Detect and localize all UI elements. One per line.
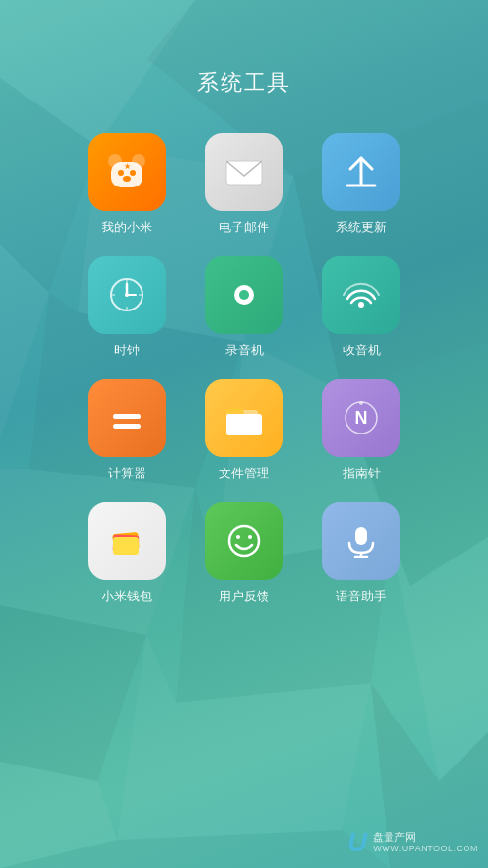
app-label-clock: 时钟 — [114, 342, 140, 359]
update-icon — [338, 148, 385, 195]
app-label-recorder: 录音机 — [225, 342, 264, 359]
app-item-calc[interactable]: 计算器 — [78, 379, 176, 482]
app-item-recorder[interactable]: 录音机 — [195, 256, 293, 359]
app-item-mimi[interactable]: ★ 我的小米 — [78, 133, 176, 236]
page-title: 系统工具 — [197, 68, 291, 98]
app-icon-update — [322, 133, 400, 211]
app-grid: ★ 我的小米 电子邮件 — [78, 133, 410, 605]
svg-text:N: N — [355, 408, 368, 428]
recorder-icon — [221, 271, 267, 318]
app-item-email[interactable]: 电子邮件 — [195, 133, 293, 236]
app-icon-wallet — [88, 502, 166, 580]
app-label-voice: 语音助手 — [336, 588, 386, 605]
app-label-email: 电子邮件 — [219, 219, 269, 236]
mimi-icon: ★ — [103, 148, 150, 195]
app-icon-compass: N — [322, 379, 400, 457]
calc-icon — [103, 394, 150, 441]
watermark-u-letter: U — [347, 827, 367, 858]
app-icon-feedback — [205, 502, 283, 580]
app-icon-calc — [88, 379, 166, 457]
app-label-feedback: 用户反馈 — [219, 588, 269, 605]
app-label-wallet: 小米钱包 — [102, 588, 152, 605]
wallet-icon — [103, 517, 150, 564]
app-icon-recorder — [205, 256, 283, 334]
watermark: U 盘量产网 WWW.UPANTOOL.COM — [347, 827, 478, 858]
svg-point-29 — [125, 293, 129, 297]
clock-icon — [103, 271, 150, 318]
app-label-files: 文件管理 — [219, 465, 269, 482]
svg-rect-38 — [113, 424, 141, 429]
svg-point-48 — [236, 535, 240, 539]
feedback-icon — [221, 517, 267, 564]
svg-marker-12 — [0, 605, 146, 781]
app-label-compass: 指南针 — [343, 465, 381, 482]
app-icon-email — [205, 133, 283, 211]
app-item-feedback[interactable]: 用户反馈 — [195, 502, 293, 605]
app-label-radio: 收音机 — [343, 342, 381, 359]
svg-rect-46 — [113, 537, 139, 555]
email-icon — [221, 148, 267, 195]
svg-rect-50 — [355, 527, 367, 545]
watermark-line2: WWW.UPANTOOL.COM — [373, 844, 478, 854]
svg-point-21 — [130, 170, 136, 176]
app-item-files[interactable]: 文件管理 — [195, 379, 293, 482]
svg-rect-37 — [113, 414, 141, 419]
watermark-line1: 盘量产网 — [373, 831, 416, 844]
svg-point-49 — [248, 535, 252, 539]
page-content: 系统工具 ★ — [0, 0, 488, 605]
app-label-update: 系统更新 — [336, 219, 386, 236]
svg-marker-13 — [117, 635, 371, 840]
files-icon — [221, 394, 267, 441]
app-item-compass[interactable]: N 指南针 — [312, 379, 410, 482]
svg-text:★: ★ — [124, 162, 131, 171]
watermark-text-block: 盘量产网 WWW.UPANTOOL.COM — [373, 831, 478, 854]
app-label-mimi: 我的小米 — [102, 219, 152, 236]
app-label-calc: 计算器 — [108, 465, 146, 482]
app-item-clock[interactable]: 时钟 — [78, 256, 176, 359]
app-icon-files — [205, 379, 283, 457]
svg-point-43 — [359, 401, 363, 405]
svg-point-36 — [358, 302, 364, 308]
app-icon-radio — [322, 256, 400, 334]
svg-point-22 — [123, 176, 131, 182]
svg-point-47 — [229, 526, 259, 556]
svg-rect-40 — [226, 414, 262, 435]
svg-point-35 — [239, 290, 249, 300]
app-item-update[interactable]: 系统更新 — [312, 133, 410, 236]
compass-icon: N — [338, 394, 385, 441]
app-icon-mimi: ★ — [88, 133, 166, 211]
svg-marker-15 — [0, 762, 117, 868]
svg-marker-16 — [0, 830, 390, 868]
app-icon-clock — [88, 256, 166, 334]
app-icon-voice — [322, 502, 400, 580]
app-item-radio[interactable]: 收音机 — [312, 256, 410, 359]
app-item-voice[interactable]: 语音助手 — [312, 502, 410, 605]
app-item-wallet[interactable]: 小米钱包 — [78, 502, 176, 605]
radio-icon — [338, 271, 385, 318]
voice-icon — [338, 517, 385, 564]
